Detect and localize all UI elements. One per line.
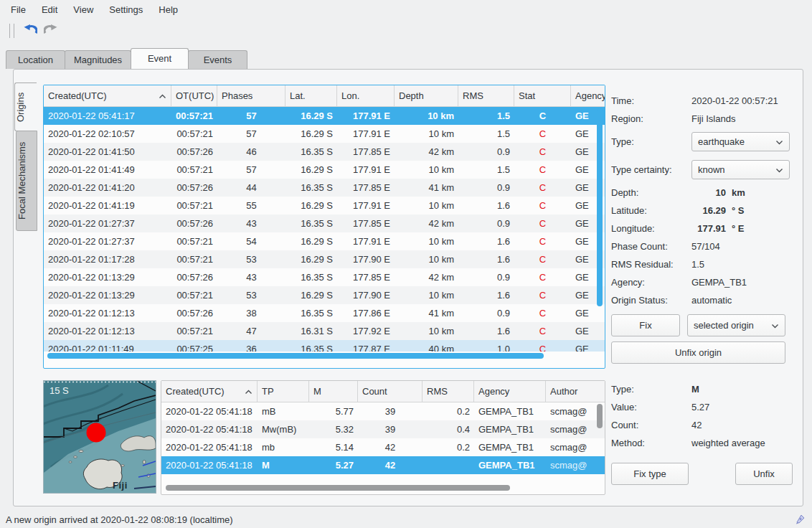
table-row[interactable]: 2020-01-22 01:27:3700:57:2154 16.29 S177… — [44, 232, 605, 250]
magnitudes-table-header: Created(UTC) TP M Count RMS Agency Autho… — [161, 381, 605, 402]
column-header-agency[interactable]: Agency — [571, 85, 605, 106]
table-row[interactable]: 2020-01-22 01:13:2900:57:2153 16.29 S177… — [44, 286, 605, 304]
table-row[interactable]: 2020-01-22 05:41:18mb5.14 420.2GEMPA_TB1… — [161, 438, 605, 456]
toolbar-drag-handle[interactable] — [9, 24, 14, 38]
agency-value: GEMPA_TB1 — [691, 277, 793, 288]
table-row[interactable]: 2020-01-22 01:41:5000:57:2646 16.35 S177… — [44, 143, 605, 161]
table-row[interactable]: 2020-01-22 01:11:4900:57:2536 16.35 S177… — [44, 340, 605, 352]
table-row[interactable]: 2020-01-22 05:41:18M5.27 42GEMPA_TB1 scm… — [161, 456, 605, 474]
menu-settings[interactable]: Settings — [101, 1, 151, 18]
phase-count-label: Phase Count: — [611, 241, 691, 252]
table-row[interactable]: 2020-01-22 01:12:1300:57:2147 16.31 S177… — [44, 322, 605, 340]
main-tab-bar: Location Magnitudes Event Events — [6, 49, 247, 69]
tab-event[interactable]: Event — [131, 48, 189, 69]
chevron-down-icon — [775, 136, 783, 147]
type-certainty-dropdown[interactable]: known — [691, 160, 790, 179]
fix-button[interactable]: Fix — [611, 314, 680, 336]
scrollbar-thumb[interactable] — [47, 353, 544, 359]
type-certainty-label: Type certainty: — [611, 164, 691, 175]
fix-target-dropdown[interactable]: selected origin — [687, 314, 785, 336]
redo-icon — [44, 24, 57, 37]
chevron-down-icon — [771, 320, 779, 331]
origins-horizontal-scrollbar[interactable] — [44, 352, 605, 361]
longitude-value: 177.91° E — [691, 223, 793, 234]
depth-label: Depth: — [611, 187, 691, 198]
table-row[interactable]: 2020-01-22 01:17:2800:57:2153 16.29 S177… — [44, 250, 605, 268]
column-header-lon[interactable]: Lon. — [337, 85, 395, 106]
table-row[interactable]: 2020-01-22 05:41:18Mw(mB)5.32 390.4GEMPA… — [161, 420, 605, 438]
rms-residual-label: RMS Residual: — [611, 259, 691, 270]
sort-asc-icon — [159, 90, 166, 101]
column-header-m[interactable]: M — [309, 381, 358, 402]
time-value: 2020-01-22 00:57:21 — [691, 95, 793, 106]
fix-type-button[interactable]: Fix type — [611, 463, 689, 485]
side-tab-focal-mechanisms[interactable]: Focal Mechanisms — [16, 131, 37, 231]
mag-type-label: Type: — [611, 384, 691, 395]
map-place-label: Fiji — [113, 480, 128, 491]
table-row[interactable]: 2020-01-22 01:12:1300:57:2638 16.35 S177… — [44, 304, 605, 322]
table-row[interactable]: 2020-01-22 01:13:2900:57:2643 16.35 S177… — [44, 268, 605, 286]
mag-count-label: Count: — [611, 420, 691, 430]
undo-icon — [24, 24, 37, 37]
column-header-created[interactable]: Created(UTC) — [44, 85, 171, 106]
column-header-agency[interactable]: Agency — [474, 381, 546, 402]
mag-value-label: Value: — [611, 402, 691, 412]
rms-residual-value: 1.5 — [691, 259, 793, 270]
magnitudes-table-body: 2020-01-22 05:41:18mB5.77 390.2GEMPA_TB1… — [161, 402, 605, 475]
status-bar: A new origin arrived at 2020-01-22 08:08… — [0, 511, 812, 528]
region-value: Fiji Islands — [691, 113, 793, 124]
pen-icon[interactable] — [794, 513, 806, 527]
chevron-down-icon — [775, 164, 783, 175]
tab-events[interactable]: Events — [188, 50, 247, 69]
longitude-label: Longitude: — [611, 223, 691, 234]
depth-value: 10km — [691, 187, 793, 198]
column-header-depth[interactable]: Depth — [395, 85, 458, 106]
origins-table: Created(UTC) OT(UTC) Phases Lat. Lon. De… — [43, 85, 605, 369]
column-header-phases[interactable]: Phases — [217, 85, 285, 106]
menu-help[interactable]: Help — [151, 1, 186, 18]
scrollbar-thumb[interactable] — [597, 404, 603, 428]
table-row[interactable]: 2020-01-22 01:41:1900:57:2155 16.29 S177… — [44, 197, 605, 214]
location-map[interactable]: 15 S Fiji — [43, 380, 156, 494]
table-row[interactable]: 2020-01-22 02:10:5700:57:2157 16.29 S177… — [44, 125, 605, 143]
magnitudes-vertical-scrollbar[interactable] — [595, 402, 604, 484]
menu-file[interactable]: File — [3, 1, 34, 18]
unfix-origin-button[interactable]: Unfix origin — [611, 341, 785, 364]
tab-magnitudes[interactable]: Magnitudes — [65, 50, 131, 69]
scrollbar-thumb[interactable] — [597, 108, 603, 306]
menu-edit[interactable]: Edit — [34, 1, 65, 18]
table-row[interactable]: 2020-01-22 01:27:3700:57:2643 16.35 S177… — [44, 214, 605, 232]
origin-info-panel: Time: 2020-01-22 00:57:21 Region: Fiji I… — [611, 92, 793, 364]
column-header-rms[interactable]: RMS — [458, 85, 514, 106]
agency-label: Agency: — [611, 277, 691, 288]
table-row[interactable]: 2020-01-22 01:41:4900:57:2157 16.29 S177… — [44, 161, 605, 179]
side-tab-origins[interactable]: Origins — [14, 82, 37, 131]
table-row[interactable]: 2020-01-22 05:41:18mB5.77 390.2GEMPA_TB1… — [161, 402, 605, 420]
magnitudes-horizontal-scrollbar[interactable] — [161, 484, 605, 493]
table-row[interactable]: 2020-01-22 01:41:2000:57:2644 16.35 S177… — [44, 179, 605, 197]
latitude-label: Latitude: — [611, 205, 691, 216]
table-row[interactable]: 2020-01-22 05:41:1700:57:2157 16.29 S177… — [44, 107, 605, 125]
undo-button[interactable] — [20, 22, 40, 40]
unfix-button[interactable]: Unfix — [735, 463, 793, 485]
menu-view[interactable]: View — [65, 1, 101, 18]
column-header-count[interactable]: Count — [358, 381, 422, 402]
origins-vertical-scrollbar[interactable] — [595, 107, 604, 358]
scrollbar-thumb[interactable] — [166, 485, 510, 491]
status-message: A new origin arrived at 2020-01-22 08:08… — [6, 514, 794, 525]
phase-count-value: 57/104 — [691, 241, 793, 252]
redo-button[interactable] — [40, 22, 60, 40]
column-header-ot[interactable]: OT(UTC) — [171, 85, 217, 106]
column-header-author[interactable]: Author — [546, 381, 605, 402]
origins-table-header: Created(UTC) OT(UTC) Phases Lat. Lon. De… — [44, 85, 605, 107]
column-header-rms[interactable]: RMS — [422, 381, 474, 402]
column-header-lat[interactable]: Lat. — [285, 85, 337, 106]
magnitudes-table: Created(UTC) TP M Count RMS Agency Autho… — [161, 380, 605, 495]
time-label: Time: — [611, 95, 691, 106]
column-header-created[interactable]: Created(UTC) — [161, 381, 258, 402]
tab-location[interactable]: Location — [6, 50, 65, 69]
column-header-tp[interactable]: TP — [258, 381, 309, 402]
column-header-stat[interactable]: Stat — [514, 85, 571, 106]
origins-table-body: 2020-01-22 05:41:1700:57:2157 16.29 S177… — [44, 107, 605, 352]
event-type-dropdown[interactable]: earthquake — [691, 132, 790, 151]
